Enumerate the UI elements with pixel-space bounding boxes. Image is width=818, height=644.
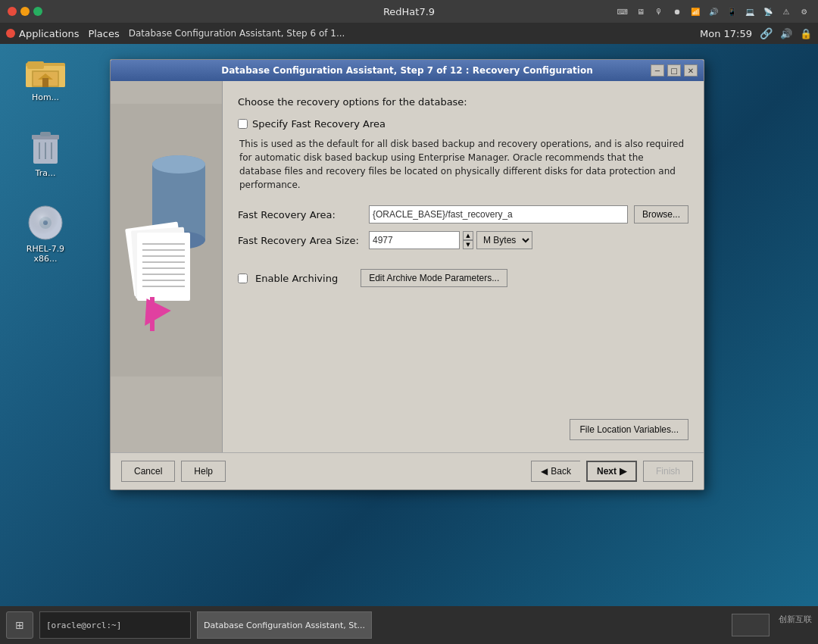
illustration <box>111 104 223 377</box>
spin-down-button[interactable]: ▼ <box>463 240 473 249</box>
home-label: Hom... <box>32 92 59 102</box>
svg-rect-2 <box>27 61 44 69</box>
keyboard-icon: ⌨ <box>617 5 629 17</box>
help-button[interactable]: Help <box>181 461 226 482</box>
mac-titlebar: RedHat7.9 ⌨ 🖥 🎙 ⏺ 📶 🔊 📱 💻 📡 ⚠ ⚙ <box>0 0 818 23</box>
trash-icon <box>26 127 65 167</box>
applications-menu[interactable]: Applications <box>6 28 79 39</box>
edit-archive-button[interactable]: Edit Archive Mode Parameters... <box>361 269 507 287</box>
svg-rect-6 <box>42 78 48 87</box>
mic-icon: 🎙 <box>653 5 665 17</box>
specify-fra-checkbox[interactable] <box>238 119 248 129</box>
fra-size-group: ▲ ▼ M Bytes G Bytes <box>369 231 688 249</box>
close-button[interactable]: ✕ <box>684 64 698 77</box>
next-chevron-icon: ▶ <box>620 466 626 477</box>
title-buttons: − □ ✕ <box>651 64 698 77</box>
cancel-button[interactable]: Cancel <box>121 461 175 482</box>
enable-archiving-checkbox[interactable] <box>238 274 248 283</box>
svg-point-17 <box>29 206 62 239</box>
dbca-window-button[interactable]: Database Configuration Assistant, St... <box>197 611 372 639</box>
gear-icon: ⚙ <box>798 5 810 17</box>
back-chevron-icon: ◀ <box>541 466 548 477</box>
top-bar-right: ⌨ 🖥 🎙 ⏺ 📶 🔊 📱 💻 📡 ⚠ ⚙ <box>617 5 810 17</box>
wifi-icon: 📡 <box>762 5 774 17</box>
back-button[interactable]: ◀ Back <box>531 461 580 482</box>
taskbar-window-title[interactable]: Database Configuration Assistant, Step 6… <box>129 28 345 39</box>
screen-icon: 💻 <box>744 5 756 17</box>
trash-label: Tra... <box>36 168 56 178</box>
fra-size-label: Fast Recovery Area Size: <box>238 235 363 246</box>
mac-minimize-btn[interactable] <box>20 7 30 16</box>
fra-size-unit-select[interactable]: M Bytes G Bytes <box>476 231 532 249</box>
record-icon: ⏺ <box>671 5 683 17</box>
dialog-content: Choose the recovery options for the data… <box>223 81 704 452</box>
fra-browse-button[interactable]: Browse... <box>634 205 688 224</box>
svg-rect-25 <box>137 233 190 301</box>
monitor-icon: 🖥 <box>635 5 647 17</box>
network-icon: 🔗 <box>760 27 773 39</box>
enable-archiving-label[interactable]: Enable Archiving <box>255 273 338 284</box>
warning-icon: ⚠ <box>780 5 792 17</box>
spin-up-button[interactable]: ▲ <box>463 231 473 240</box>
fra-form-row: Fast Recovery Area: Browse... <box>238 205 688 224</box>
home-folder-icon <box>26 52 65 91</box>
volume-icon: 🔊 <box>707 5 720 17</box>
fra-size-input[interactable] <box>369 231 460 249</box>
applications-label[interactable]: Applications <box>19 28 79 39</box>
taskbar-time: Mon 17:59 <box>700 28 752 39</box>
desktop-icon-rhel[interactable]: RHEL-7.9 x86... <box>15 203 76 264</box>
desktop-icon-trash[interactable]: Tra... <box>15 127 76 178</box>
mac-close-btn[interactable] <box>8 7 17 16</box>
gnome-taskbar: Applications Places Database Configurati… <box>0 23 818 44</box>
places-label[interactable]: Places <box>88 28 119 39</box>
redhat-logo <box>6 29 15 38</box>
phone-icon: 📱 <box>726 5 738 17</box>
taskbar-right: Mon 17:59 🔗 🔊 🔒 <box>700 27 812 39</box>
file-location-button[interactable]: File Location Variables... <box>570 419 688 440</box>
lock-icon: 🔒 <box>800 28 812 39</box>
mac-maximize-btn[interactable] <box>33 7 42 16</box>
fra-label: Fast Recovery Area: <box>238 209 363 220</box>
back-label: Back <box>551 466 571 477</box>
dialog-image-panel <box>111 81 223 452</box>
window-title: RedHat7.9 <box>383 6 435 17</box>
finish-button[interactable]: Finish <box>643 461 693 482</box>
dialog: Database Configuration Assistant, Step 7… <box>110 59 704 490</box>
section-title: Choose the recovery options for the data… <box>238 96 688 108</box>
brand-label: 创新互联 <box>779 614 812 636</box>
specify-fra-row: Specify Fast Recovery Area <box>238 118 688 130</box>
restore-button[interactable]: □ <box>667 64 681 77</box>
fra-description: This is used as the default for all disk… <box>238 137 688 192</box>
fra-input[interactable] <box>369 205 628 224</box>
terminal-label: [oracle@orcl:~] <box>46 621 121 630</box>
dialog-body: Choose the recovery options for the data… <box>111 81 704 452</box>
next-label: Next <box>597 466 617 477</box>
terminal-window-button[interactable]: [oracle@orcl:~] <box>39 611 191 639</box>
fra-size-spinner: ▲ ▼ <box>463 231 473 249</box>
bottom-bar-right: 创新互联 <box>732 614 812 636</box>
dbca-label: Database Configuration Assistant, St... <box>204 621 365 630</box>
archiving-row: Enable Archiving Edit Archive Mode Param… <box>238 269 688 287</box>
fra-size-form-row: Fast Recovery Area Size: ▲ ▼ M Bytes G B… <box>238 231 688 249</box>
bottom-taskbar: ⊞ [oracle@orcl:~] Database Configuration… <box>0 606 818 644</box>
svg-rect-9 <box>40 132 51 136</box>
pager-box[interactable] <box>732 614 770 636</box>
dialog-title: Database Configuration Assistant, Step 7… <box>221 65 592 76</box>
desktop-icon-home[interactable]: Hom... <box>15 52 76 102</box>
minimize-button[interactable]: − <box>651 64 664 77</box>
speaker-icon: 🔊 <box>780 28 792 39</box>
rhel-label: RHEL-7.9 x86... <box>27 244 64 264</box>
show-desktop-button[interactable]: ⊞ <box>6 611 33 639</box>
file-location-row: File Location Variables... <box>238 404 688 440</box>
dialog-titlebar: Database Configuration Assistant, Step 7… <box>111 60 704 81</box>
specify-fra-label[interactable]: Specify Fast Recovery Area <box>252 118 386 130</box>
cd-icon <box>26 203 65 242</box>
next-button[interactable]: Next ▶ <box>586 461 637 482</box>
dialog-footer: Cancel Help ◀ Back Next ▶ Finish <box>111 452 704 489</box>
signal-icon: 📶 <box>689 5 701 17</box>
desktop: Hom... Tra... <box>0 44 818 606</box>
svg-point-22 <box>152 155 205 174</box>
